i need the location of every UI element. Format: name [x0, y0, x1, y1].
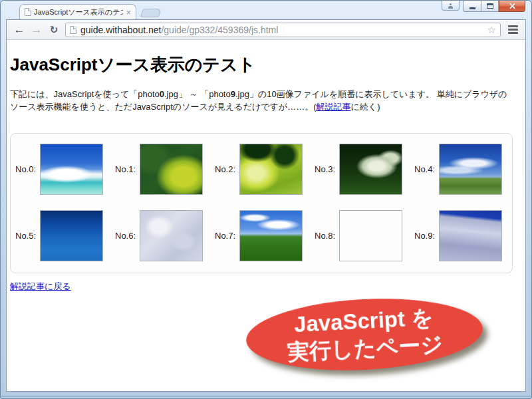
forward-button[interactable]: → — [28, 22, 45, 38]
tab-close-icon[interactable]: × — [126, 8, 131, 17]
reload-button[interactable]: ↻ — [45, 22, 63, 38]
back-to-article-link[interactable]: 解説記事に戻る — [10, 281, 71, 293]
url-host: guide.withabout.net — [80, 25, 161, 35]
photo-item: No.0: — [12, 144, 112, 195]
menu-icon — [508, 25, 518, 27]
minimize-icon — [469, 7, 475, 9]
photo-label: No.1: — [112, 164, 140, 174]
maximize-icon — [487, 3, 493, 9]
photo-label: No.2: — [211, 164, 239, 174]
page-content: JavaScriptソース表示のテスト 下記には、JavaScriptを使って「… — [7, 40, 525, 391]
photo-thumbnail — [40, 144, 103, 195]
photo-item: No.1: — [112, 144, 211, 195]
new-tab-button[interactable] — [140, 9, 162, 17]
photo-label: No.7: — [211, 231, 239, 241]
photo-item: No.5: — [12, 210, 112, 261]
browser-tab[interactable]: JavaScriptソース表示のテスト × — [19, 4, 136, 19]
photo-item: No.3: — [311, 144, 411, 195]
photo-label: No.4: — [411, 164, 439, 174]
address-bar[interactable]: guide.withabout.net/guide/gp332/459369/j… — [65, 23, 501, 37]
page-icon — [25, 8, 31, 16]
profile-button[interactable] — [442, 1, 460, 11]
photo-label: No.6: — [112, 231, 140, 241]
page-icon — [70, 26, 76, 34]
photo-item: No.2: — [211, 144, 311, 195]
url-text[interactable]: guide.withabout.net/guide/gp332/459369/j… — [80, 25, 483, 35]
photo-item: No.9: — [411, 210, 511, 261]
photo-item: No.7: — [211, 210, 311, 261]
photo-thumbnail — [439, 144, 502, 195]
photo-item: No.6: — [112, 210, 211, 261]
titlebar: JavaScriptソース表示のテスト × — [1, 1, 531, 19]
page-title: JavaScriptソース表示のテスト — [10, 53, 513, 76]
photo-row: No.5: No.6: No.7: No.8: — [12, 205, 511, 265]
photo-thumbnail — [239, 210, 303, 261]
photo-label: No.3: — [311, 164, 339, 174]
photo-thumbnail — [140, 210, 203, 261]
kaisetsu-article-link[interactable]: 解説記事 — [317, 102, 351, 112]
photo-label: No.8: — [311, 231, 339, 241]
photo-label: No.0: — [12, 164, 40, 174]
browser-window: JavaScriptソース表示のテスト × ← → ↻ — [0, 0, 532, 399]
back-button[interactable]: ← — [11, 22, 28, 38]
close-icon — [509, 3, 516, 10]
photo-row: No.0: No.1: No.2: No.3: — [12, 139, 511, 199]
bookmark-star-icon[interactable]: ☆ — [487, 24, 496, 36]
maximize-button[interactable] — [481, 1, 499, 12]
browser-inner: ← → ↻ guide.withabout.net/guide/gp332/45… — [6, 19, 526, 392]
photo-item: No.8: — [311, 210, 411, 261]
tab-title: JavaScriptソース表示のテスト — [34, 7, 123, 17]
photo-label: No.9: — [411, 231, 439, 241]
photo-label: No.5: — [12, 231, 40, 241]
photo-thumbnail — [239, 144, 303, 195]
photo-thumbnail — [339, 144, 402, 195]
photo-thumbnail — [439, 210, 502, 261]
javascript-executed-badge: JavaScript を 実行したページ — [244, 293, 484, 376]
photo-grid: No.0: No.1: No.2: No.3: — [10, 133, 513, 273]
photo-thumbnail — [339, 210, 402, 261]
url-path: /guide/gp332/459369/js.html — [161, 25, 278, 35]
window-controls — [442, 1, 525, 12]
intro-text: 下記には、JavaScriptを使って「photo0.jpg」 ～ 「photo… — [10, 88, 513, 113]
photo-item: No.4: — [411, 144, 511, 195]
photo-thumbnail — [140, 144, 203, 195]
person-icon — [448, 3, 453, 8]
close-button[interactable] — [499, 1, 525, 12]
photo-thumbnail — [40, 210, 103, 261]
minimize-button[interactable] — [463, 1, 481, 12]
menu-button[interactable] — [504, 22, 521, 38]
browser-toolbar: ← → ↻ guide.withabout.net/guide/gp332/45… — [7, 20, 525, 40]
